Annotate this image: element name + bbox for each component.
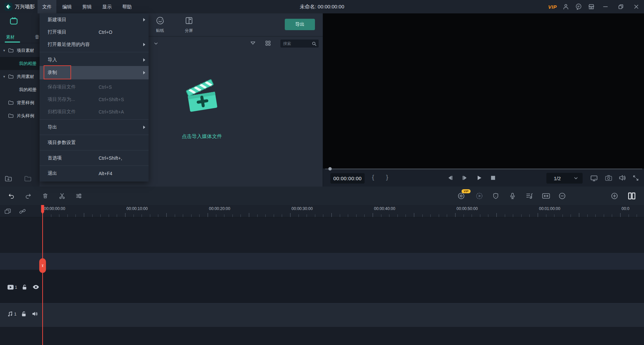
tab-media-underline	[5, 42, 20, 43]
mark-out-button[interactable]: }	[386, 174, 388, 181]
unlock-icon[interactable]	[21, 311, 26, 317]
manage-tracks-icon[interactable]	[4, 208, 11, 215]
restore-button[interactable]	[616, 0, 626, 13]
seek-bar[interactable]	[325, 168, 642, 169]
redo-button[interactable]	[22, 187, 34, 205]
preview-quality-dropdown[interactable]: 1/2	[546, 173, 583, 184]
account-icon[interactable]	[562, 3, 570, 10]
tree-item-background-samples[interactable]: 背景样例	[0, 96, 40, 109]
menu-item-new-project[interactable]: 新建项目	[40, 13, 149, 26]
sticker-tab[interactable]: 贴纸	[148, 16, 172, 33]
audio-track-lane[interactable]	[0, 303, 644, 327]
zoom-out-button[interactable]	[556, 187, 568, 205]
fullscreen-icon[interactable]	[632, 175, 639, 182]
new-folder-icon[interactable]	[5, 176, 12, 182]
audio-track-header: 1	[0, 309, 40, 319]
sticker-smiley-icon	[156, 16, 165, 25]
render-preview-button[interactable]	[474, 187, 485, 205]
playhead-line[interactable]	[42, 205, 43, 345]
timeline-ruler[interactable]: 00:00:00:00 00:00:10:00 00:00:20:00 00:0…	[0, 205, 644, 217]
menu-help[interactable]: 帮助	[118, 0, 137, 13]
split-scissors-button[interactable]	[56, 187, 68, 205]
grid-view-icon[interactable]	[265, 40, 271, 46]
seek-handle[interactable]	[328, 167, 332, 170]
menu-item-project-settings[interactable]: 项目参数设置	[40, 136, 149, 149]
menu-view[interactable]: 显示	[98, 0, 116, 13]
menu-item-preferences[interactable]: 首选项Ctrl+Shift+,	[40, 152, 149, 164]
preview-controls: 00:00:00:00 { } 1/2	[323, 171, 644, 187]
tab-media[interactable]: 素材	[6, 34, 15, 40]
voiceover-record-button[interactable]	[507, 187, 518, 205]
menu-item-export[interactable]: 导出	[40, 121, 149, 133]
mute-speaker-icon[interactable]	[32, 311, 38, 317]
vip-button[interactable]: VIP	[548, 4, 557, 10]
menu-item-open-project[interactable]: 打开项目Ctrl+O	[40, 26, 149, 38]
media-tree: ▼ 项目素材 我的相册 ▼ 共用素材 我的相册 背景样例	[0, 44, 40, 122]
marker-button[interactable]	[490, 187, 501, 205]
filter-icon[interactable]	[250, 41, 256, 46]
volume-icon[interactable]	[618, 174, 626, 182]
snapshot-icon[interactable]	[605, 175, 612, 182]
import-media-dropzone[interactable]	[180, 76, 224, 117]
feedback-icon[interactable]	[575, 3, 582, 10]
export-button[interactable]: 导出	[285, 19, 315, 30]
next-frame-button[interactable]	[461, 175, 469, 181]
caret-down-icon[interactable]: ▼	[3, 75, 6, 78]
timeline-area[interactable]: 00:00:00:00 00:00:10:00 00:00:20:00 00:0…	[0, 205, 644, 345]
eye-visibility-icon[interactable]	[33, 285, 39, 289]
adjust-properties-button[interactable]	[73, 187, 85, 205]
store-icon[interactable]	[588, 3, 595, 10]
video-track-lane[interactable]	[0, 270, 644, 303]
tree-item-shared-media[interactable]: ▼ 共用素材	[0, 70, 40, 83]
timeline-toolbar: VIP	[0, 187, 644, 205]
audio-ducking-button[interactable]: VIP	[455, 187, 467, 205]
vip-badge: VIP	[462, 189, 471, 193]
search-input[interactable]	[282, 41, 312, 46]
previous-frame-button[interactable]	[446, 175, 454, 181]
search-box[interactable]	[280, 40, 319, 48]
tree-item-my-album-2[interactable]: 我的相册	[0, 83, 40, 96]
close-button[interactable]	[631, 0, 641, 13]
audio-track-number: 1	[14, 312, 16, 317]
playhead-split-handle[interactable]: ✂	[39, 258, 46, 273]
display-device-icon[interactable]	[590, 174, 598, 182]
dual-panel-layout-button[interactable]	[626, 187, 637, 205]
caret-down-icon[interactable]: ▼	[3, 49, 6, 52]
menu-clip[interactable]: 剪辑	[77, 0, 96, 13]
menu-edit[interactable]: 编辑	[58, 0, 76, 13]
undo-button[interactable]	[6, 187, 17, 205]
record-highlight-box	[44, 65, 71, 79]
menu-item-open-recent[interactable]: 打开最近使用的内容	[40, 38, 149, 51]
search-icon	[312, 41, 317, 46]
folder-icon	[8, 74, 14, 79]
tree-item-my-album-1[interactable]: 我的相册	[0, 57, 40, 70]
menu-file[interactable]: 文件	[38, 0, 56, 13]
menu-item-import[interactable]: 导入	[40, 54, 149, 66]
link-icon[interactable]	[19, 208, 26, 215]
menu-item-record[interactable]: 录制	[40, 66, 149, 79]
stop-button[interactable]	[490, 175, 496, 181]
timeline-overlay-band	[0, 253, 644, 270]
delete-button[interactable]	[40, 187, 51, 205]
submenu-arrow-icon	[143, 43, 145, 46]
tree-item-project-media[interactable]: ▼ 项目素材	[0, 44, 40, 57]
unlock-icon[interactable]	[22, 284, 27, 290]
split-screen-tab[interactable]: 分屏	[177, 16, 201, 33]
tab-audio-partial[interactable]: 音	[35, 34, 39, 40]
mark-in-button[interactable]: {	[372, 174, 374, 181]
tree-item-intro-samples[interactable]: 片头样例	[0, 109, 40, 122]
play-button[interactable]	[476, 175, 483, 181]
audio-mixer-button[interactable]	[524, 187, 535, 205]
title-bar: 万兴喵影 文件 编辑 剪辑 显示 帮助 未命名: 00:00:00:00 VIP	[0, 0, 644, 14]
delete-folder-icon[interactable]	[24, 176, 32, 182]
submenu-arrow-icon	[143, 58, 145, 62]
menu-item-exit[interactable]: 退出Alt+F4	[40, 167, 149, 180]
import-hint-text[interactable]: 点击导入媒体文件	[162, 133, 242, 140]
chevron-down-icon	[574, 176, 578, 180]
audio-track-icon	[7, 311, 13, 317]
auto-ripple-button[interactable]	[540, 187, 552, 205]
minimize-button[interactable]	[600, 0, 610, 13]
chevron-down-icon[interactable]	[154, 42, 158, 46]
playhead-head[interactable]	[41, 205, 44, 214]
zoom-in-button[interactable]	[609, 187, 620, 205]
